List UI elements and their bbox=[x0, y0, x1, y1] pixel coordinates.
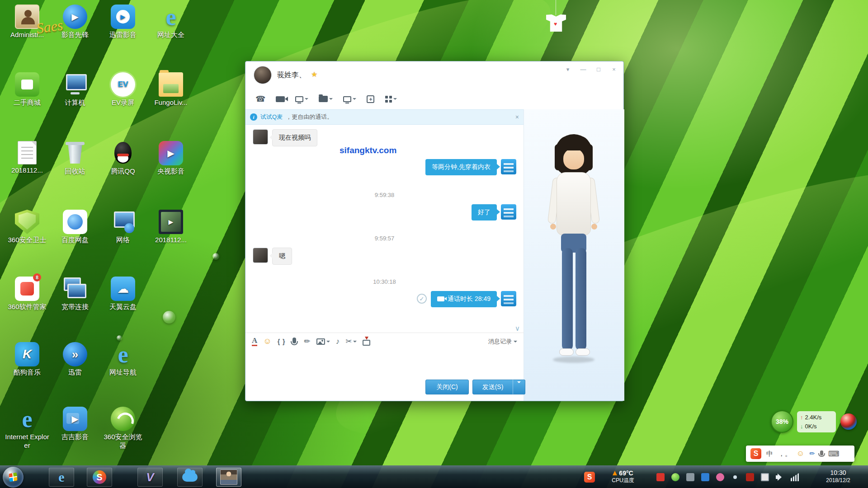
accelerator-ball[interactable] bbox=[840, 413, 857, 430]
peer-avatar[interactable] bbox=[253, 129, 268, 145]
vip-star-icon bbox=[311, 70, 317, 79]
taskbar-chat-window-button[interactable] bbox=[216, 468, 241, 487]
desktop-icon-broadband-connection[interactable]: 宽带连接 bbox=[52, 277, 98, 311]
network-speeds[interactable]: 2.4K/s 0K/s bbox=[797, 411, 836, 432]
emoji-button[interactable] bbox=[263, 337, 271, 346]
desktop-icon-360-safeguard[interactable]: 360安全卫士 bbox=[5, 210, 50, 244]
ime-mode-button[interactable]: 中 bbox=[766, 450, 773, 458]
message-box-button[interactable] bbox=[363, 338, 370, 346]
send-file-button[interactable] bbox=[316, 94, 335, 104]
ime-emoji-icon[interactable] bbox=[797, 449, 804, 458]
screenshot-button[interactable] bbox=[345, 337, 357, 346]
window-shake-button[interactable] bbox=[278, 338, 286, 345]
chevron-down-icon bbox=[353, 98, 356, 100]
ime-punctuation-button[interactable]: ，。 bbox=[778, 450, 792, 458]
screen-icon bbox=[295, 96, 303, 102]
desktop-icon-xfplay[interactable]: ▶ 影音先锋 bbox=[52, 5, 98, 39]
banner-close-icon[interactable]: × bbox=[515, 113, 519, 121]
timestamp: 9:59:38 bbox=[245, 192, 524, 198]
scroll-to-bottom-icon[interactable] bbox=[515, 324, 520, 333]
send-options-button[interactable] bbox=[513, 380, 525, 394]
desktop-tshirt-widget[interactable]: ♥ bbox=[545, 0, 567, 42]
emoji-icon bbox=[263, 337, 271, 346]
desktop-icon-recycle-bin[interactable]: 回收站 bbox=[52, 141, 98, 176]
call-duration-bubble: 通话时长 28:49 bbox=[431, 291, 497, 307]
tray-clipboard-icon[interactable] bbox=[761, 473, 769, 481]
taskbar-clock[interactable]: 10:30 2018/12/2 bbox=[812, 469, 864, 483]
send-image-button[interactable] bbox=[316, 338, 330, 345]
chevron-down-icon bbox=[393, 98, 397, 100]
try-qmic-link[interactable]: 试试Q麦 bbox=[260, 113, 283, 121]
desktop-icon-administrator[interactable]: Administr... bbox=[5, 5, 50, 39]
desktop-icon-xunlei-player[interactable]: ▶ 迅雷影音 bbox=[100, 5, 146, 39]
create-group-button[interactable]: + bbox=[364, 94, 377, 105]
screen-capture-button[interactable] bbox=[292, 94, 311, 104]
taskbar-video-app-button[interactable]: V bbox=[137, 468, 163, 487]
maximize-button[interactable]: □ bbox=[593, 65, 604, 74]
tray-green-plus-icon[interactable] bbox=[671, 473, 679, 481]
tray-red2-app-icon[interactable] bbox=[746, 473, 754, 481]
ime-mic-icon[interactable] bbox=[820, 450, 823, 455]
desktop-icon-xunlei[interactable]: » 迅雷 bbox=[52, 342, 98, 377]
desktop-icon-cctv-video[interactable]: ▶ 央视影音 bbox=[148, 141, 193, 176]
qmic-promo-banner: 试试Q麦 ，更自由的通话。 × bbox=[245, 109, 524, 125]
desktop-icon-internet-explorer[interactable]: e Internet Explorer bbox=[5, 407, 50, 450]
desktop-icon-kugou-music[interactable]: K 酷狗音乐 bbox=[5, 342, 50, 377]
desktop-icon-360-browser[interactable]: 360安全浏览器 bbox=[100, 407, 146, 450]
desktop-icon-video-file[interactable]: ▶ 2018112... bbox=[148, 210, 193, 244]
network-signal-icon[interactable] bbox=[791, 473, 799, 481]
desktop-icon-network[interactable]: 网络 bbox=[100, 210, 146, 244]
desktop-icon-tencent-qq[interactable]: 腾讯QQ bbox=[100, 141, 146, 176]
desktop-icon-jiji-player[interactable]: ▶ 吉吉影音 bbox=[52, 407, 98, 441]
minimize-button[interactable]: — bbox=[577, 65, 589, 74]
qq-show-avatar-figure[interactable] bbox=[538, 134, 610, 387]
remote-desktop-button[interactable] bbox=[340, 94, 359, 104]
ime-keyboard-icon[interactable] bbox=[828, 449, 840, 459]
desktop-icon-tianyi-cloud[interactable]: ☁ 天翼云盘 bbox=[100, 277, 146, 311]
start-button[interactable] bbox=[3, 467, 24, 488]
voice-call-button[interactable] bbox=[253, 93, 268, 105]
hanging-string bbox=[556, 0, 556, 15]
music-button[interactable] bbox=[336, 337, 340, 346]
sogou-logo-icon[interactable]: S bbox=[750, 448, 761, 459]
self-avatar[interactable] bbox=[501, 204, 516, 220]
desktop-icon-secondhand-mall[interactable]: 二手商城 bbox=[5, 72, 50, 107]
message-input[interactable] bbox=[245, 350, 524, 377]
self-avatar[interactable] bbox=[501, 159, 516, 174]
tray-gray-app-icon[interactable] bbox=[686, 473, 694, 481]
tray-sogou-icon[interactable]: S bbox=[584, 472, 595, 483]
memory-usage-ball[interactable]: 38% bbox=[771, 410, 793, 433]
taskbar-sogou-browser-button[interactable]: S bbox=[87, 468, 112, 487]
send-button[interactable]: 发送(S) bbox=[472, 380, 513, 394]
plus-icon: + bbox=[367, 95, 374, 103]
desktop-icon-computer[interactable]: 计算机 bbox=[52, 72, 98, 107]
ime-handwriting-icon[interactable] bbox=[809, 450, 815, 458]
message-history-button[interactable]: 消息记录 bbox=[488, 338, 517, 346]
tray-red-app-icon[interactable] bbox=[656, 473, 665, 481]
tray-blue-app-icon[interactable] bbox=[701, 473, 709, 481]
peer-avatar[interactable] bbox=[253, 248, 268, 263]
taskbar-ie-button[interactable]: e bbox=[49, 468, 74, 487]
microphone-icon bbox=[292, 338, 296, 343]
voice-message-button[interactable] bbox=[291, 338, 298, 345]
desktop-icon-ev-recorder[interactable]: EV EV录屏 bbox=[100, 72, 146, 107]
window-titlebar[interactable]: 莪姓李、 ▾ — □ × bbox=[245, 61, 623, 89]
close-window-button[interactable]: × bbox=[608, 65, 620, 74]
font-style-button[interactable] bbox=[252, 337, 257, 346]
desktop-icon-360-software-manager[interactable]: 8 360软件管家 bbox=[5, 277, 50, 311]
desktop-icon-fungolive[interactable]: FungoLiv... bbox=[148, 72, 193, 107]
cpu-temperature-widget[interactable]: 69°C CPU温度 bbox=[601, 469, 645, 484]
desktop-icon-text-document[interactable]: 2018112... bbox=[5, 141, 50, 175]
apps-button[interactable] bbox=[382, 94, 400, 104]
doodle-button[interactable] bbox=[304, 337, 310, 346]
close-chat-button[interactable]: 关闭(C) bbox=[425, 380, 469, 394]
contact-avatar[interactable] bbox=[254, 66, 272, 84]
desktop-icon-url-navigation[interactable]: e 网址导航 bbox=[100, 342, 146, 377]
video-call-button[interactable] bbox=[273, 94, 288, 104]
desktop-icon-url-collection[interactable]: e 网址大全 bbox=[148, 5, 193, 39]
self-avatar[interactable] bbox=[501, 291, 516, 306]
tray-pink-app-icon[interactable] bbox=[716, 473, 724, 481]
taskbar-cloud-app-button[interactable] bbox=[177, 468, 203, 487]
window-menu-button[interactable]: ▾ bbox=[562, 65, 574, 74]
desktop-icon-baidu-netdisk[interactable]: 百度网盘 bbox=[52, 210, 98, 244]
